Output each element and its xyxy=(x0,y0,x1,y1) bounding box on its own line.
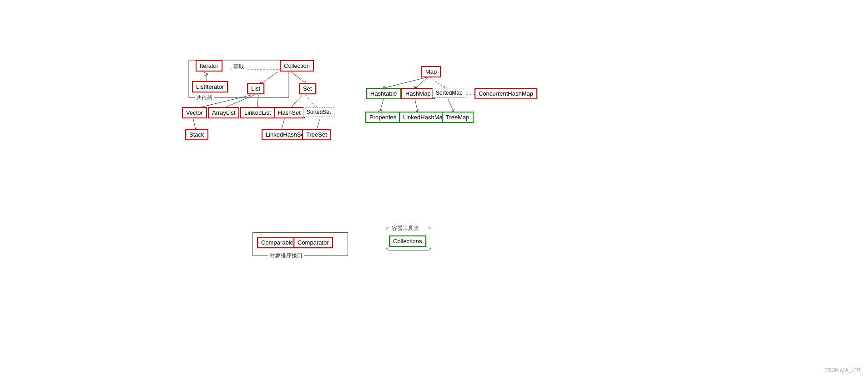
svg-line-13 xyxy=(384,77,426,88)
svg-line-6 xyxy=(257,95,258,108)
node-list: List xyxy=(247,83,264,94)
node-listiterator: ListIterator xyxy=(192,81,228,92)
node-treemap: TreeMap xyxy=(442,112,474,123)
node-linkedlist: LinkedList xyxy=(240,107,275,118)
connections-svg xyxy=(0,0,868,378)
svg-line-3 xyxy=(291,72,306,83)
svg-line-15 xyxy=(430,77,445,88)
node-iterator: Iterator xyxy=(196,60,222,72)
node-comparator: Comparator xyxy=(293,237,333,248)
watermark: CSDN @A_北枝 xyxy=(824,367,861,373)
node-properties: Properties xyxy=(365,112,400,123)
svg-line-5 xyxy=(223,95,255,108)
node-arraylist: ArrayList xyxy=(208,107,239,118)
node-vector: Vector xyxy=(182,107,207,118)
node-collection: Collection xyxy=(280,60,314,72)
label-sort: 对象排序接口 xyxy=(268,252,304,260)
node-sortedmap: SortedMap xyxy=(432,88,466,98)
node-stack: Stack xyxy=(185,129,208,140)
node-concurrenthashmap: ConcurrentHashMap xyxy=(474,88,537,99)
svg-line-7 xyxy=(193,119,196,130)
svg-line-9 xyxy=(306,95,316,108)
node-collections: Collections xyxy=(389,235,426,247)
node-hashmap: HashMap xyxy=(401,88,435,99)
svg-line-2 xyxy=(262,72,278,83)
svg-line-17 xyxy=(415,99,418,112)
diagram-container: Iterator ListIterator 获取 迭代器 Collection … xyxy=(0,0,868,378)
node-map: Map xyxy=(421,66,441,77)
label-tools: 容器工具类 xyxy=(390,225,420,232)
node-sortedset: SortedSet xyxy=(303,107,334,117)
node-treeset: TreeSet xyxy=(302,129,331,140)
svg-line-18 xyxy=(448,99,454,112)
node-comparable: Comparable xyxy=(257,237,298,248)
label-iterator-group: 迭代器 xyxy=(195,94,214,102)
svg-line-16 xyxy=(380,99,384,112)
svg-line-8 xyxy=(290,95,303,108)
node-hashset: HashSet xyxy=(274,107,305,118)
node-hashtable: Hashtable xyxy=(366,88,401,99)
svg-line-14 xyxy=(415,77,428,88)
label-get: 获取 xyxy=(232,63,246,71)
node-set: Set xyxy=(299,83,316,94)
